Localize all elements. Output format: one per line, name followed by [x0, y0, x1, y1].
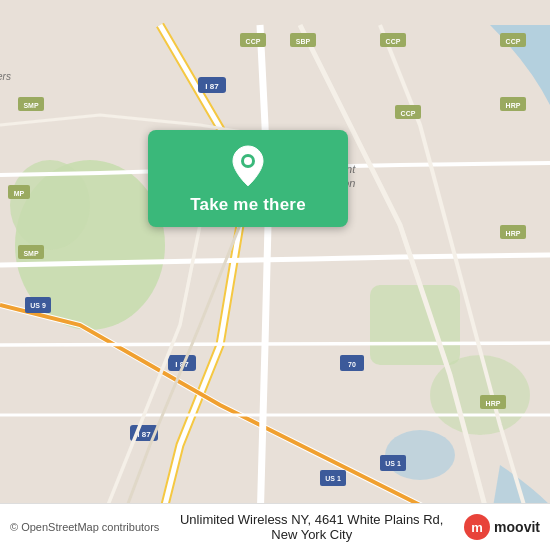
svg-text:HRP: HRP [486, 400, 501, 407]
moovit-logo: m moovit [464, 514, 540, 540]
svg-text:US 1: US 1 [325, 475, 341, 482]
svg-text:CCP: CCP [386, 38, 401, 45]
svg-text:I 87: I 87 [137, 430, 151, 439]
svg-text:MP: MP [14, 190, 25, 197]
svg-text:US 1: US 1 [385, 460, 401, 467]
svg-text:HRP: HRP [506, 102, 521, 109]
svg-text:CCP: CCP [401, 110, 416, 117]
take-me-there-button[interactable]: Take me there [148, 130, 348, 227]
svg-text:SBP: SBP [296, 38, 311, 45]
svg-text:70: 70 [348, 361, 356, 368]
map-background: I 87 I 87 US 9 US 1 US 1 70 [0, 0, 550, 550]
svg-text:SMP: SMP [23, 250, 39, 257]
svg-text:SMP: SMP [23, 102, 39, 109]
info-bar: © OpenStreetMap contributors Unlimited W… [0, 503, 550, 550]
svg-text:CCP: CCP [246, 38, 261, 45]
svg-text:US 9: US 9 [30, 302, 46, 309]
svg-text:I 87: I 87 [205, 82, 219, 91]
svg-text:CCP: CCP [506, 38, 521, 45]
svg-point-46 [244, 157, 252, 165]
business-address: Unlimited Wireless NY, 4641 White Plains… [159, 512, 464, 542]
map-attribution: © OpenStreetMap contributors [10, 521, 159, 533]
location-pin-icon [229, 144, 267, 191]
svg-text:kers: kers [0, 71, 11, 82]
take-me-there-label: Take me there [190, 195, 306, 215]
map-container: I 87 I 87 US 9 US 1 US 1 70 [0, 0, 550, 550]
moovit-logo-icon: m [464, 514, 490, 540]
moovit-logo-text: moovit [494, 519, 540, 535]
svg-rect-3 [370, 285, 460, 365]
svg-text:HRP: HRP [506, 230, 521, 237]
